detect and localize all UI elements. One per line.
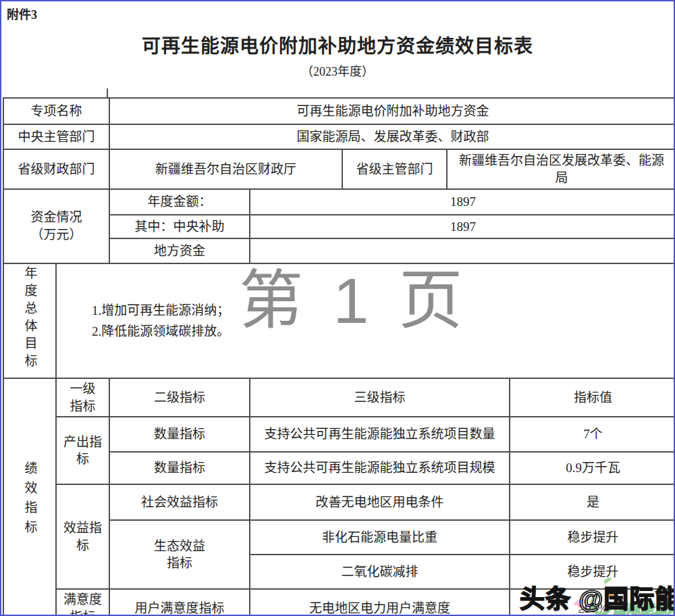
funding-annual-value: 1897 — [250, 189, 675, 215]
document-page: 附件3 可再生能源电价附加补助地方资金绩效目标表 （2023年度） 专项名称 可… — [0, 0, 675, 616]
table-row: 年度总体目标 1.增加可再生能源消纳； 2.降低能源领域碳排放。 — [3, 263, 675, 378]
performance-target-table: 专项名称 可再生能源电价附加补助地方资金 中央主管部门 国家能源局、发展改革委、… — [3, 97, 675, 616]
row1-level2: 数量指标 — [109, 417, 250, 452]
annual-goal-label: 年度总体目标 — [3, 263, 56, 378]
row3-level3: 改善无电地区用电条件 — [250, 484, 510, 520]
row6-value: ≥95% — [510, 589, 675, 616]
table-row: 中央主管部门 国家能源局、发展改革委、财政部 — [3, 124, 675, 149]
group-eco-label: 生态效益 指标 — [109, 520, 250, 589]
table-top-tick — [107, 88, 108, 98]
funding-central-value: 1897 — [250, 215, 675, 238]
header-level2: 二级指标 — [109, 378, 250, 417]
table-row: 产出指 标 数量指标 支持公共可再生能源能独立系统项目数量 7个 — [3, 417, 675, 452]
header-value: 指标值 — [510, 378, 675, 417]
table-row: 资金情况 （万元） 年度金额： 1897 — [3, 189, 675, 215]
group-benefit-label: 效益指 标 — [56, 484, 109, 589]
table-row: 满意度 指标 用户满意度指标 无电地区电力用户满意度 ≥95% — [3, 589, 675, 616]
row2-value: 0.9万千瓦 — [510, 452, 675, 484]
table-row: 效益指 标 社会效益指标 改善无电地区用电条件 是 — [3, 484, 675, 520]
provincial-dept-label: 省级主管部门 — [342, 149, 447, 189]
annual-goal-cell: 1.增加可再生能源消纳； 2.降低能源领域碳排放。 — [56, 263, 675, 378]
performance-section-label-text: 绩效指标 — [24, 461, 36, 540]
central-dept-label: 中央主管部门 — [3, 124, 109, 149]
row4-level3: 非化石能源电量比重 — [250, 520, 510, 555]
row2-level2: 数量指标 — [109, 452, 250, 484]
table-row: 绩效指标 一级 指标 二级指标 三级指标 指标值 — [3, 378, 675, 417]
funding-central-label: 其中：中央补助 — [109, 215, 250, 238]
header-level1: 一级 指标 — [56, 378, 109, 417]
row1-value: 7个 — [510, 417, 675, 452]
project-name-label: 专项名称 — [3, 98, 109, 124]
row4-value: 稳步提升 — [510, 520, 675, 555]
annual-goal-text: 1.增加可再生能源消纳； 2.降低能源领域碳排放。 — [92, 300, 230, 342]
row3-value: 是 — [510, 484, 675, 520]
group-output-label: 产出指 标 — [56, 417, 109, 484]
header-level3: 三级指标 — [250, 378, 510, 417]
row6-level2: 用户满意度指标 — [109, 589, 250, 616]
row5-value: 稳步提升 — [510, 555, 675, 589]
row6-level3: 无电地区电力用户满意度 — [250, 589, 510, 616]
row5-level3: 二氧化碳减排 — [250, 555, 510, 589]
table-row: 专项名称 可再生能源电价附加补助地方资金 — [3, 98, 675, 124]
funding-annual-label: 年度金额： — [109, 189, 250, 215]
provincial-dept-value: 新疆维吾尔自治区发展改革委、能源 局 — [447, 149, 675, 189]
project-name-value: 可再生能源电价附加补助地方资金 — [109, 98, 675, 124]
row1-level3: 支持公共可再生能源能独立系统项目数量 — [250, 417, 510, 452]
row3-level2: 社会效益指标 — [109, 484, 250, 520]
provincial-finance-label: 省级财政部门 — [3, 149, 109, 189]
attachment-label: 附件3 — [7, 5, 37, 22]
performance-section-label: 绩效指标 — [3, 378, 56, 616]
row2-level3: 支持公共可再生能源能独立系统项目规模 — [250, 452, 510, 484]
group-satisfaction-label: 满意度 指标 — [56, 589, 109, 616]
central-dept-value: 国家能源局、发展改革委、财政部 — [109, 124, 675, 149]
page-title: 可再生能源电价附加补助地方资金绩效目标表 — [1, 31, 674, 58]
table-row: 省级财政部门 新疆维吾尔自治区财政厅 省级主管部门 新疆维吾尔自治区发展改革委、… — [3, 149, 675, 189]
funding-local-label: 地方资金 — [109, 238, 250, 263]
page-subtitle: （2023年度） — [1, 61, 674, 79]
provincial-finance-value: 新疆维吾尔自治区财政厅 — [109, 149, 342, 189]
funding-local-value — [250, 238, 675, 263]
funding-label: 资金情况 （万元） — [3, 189, 109, 263]
annual-goal-label-text: 年度总体目标 — [24, 266, 36, 371]
